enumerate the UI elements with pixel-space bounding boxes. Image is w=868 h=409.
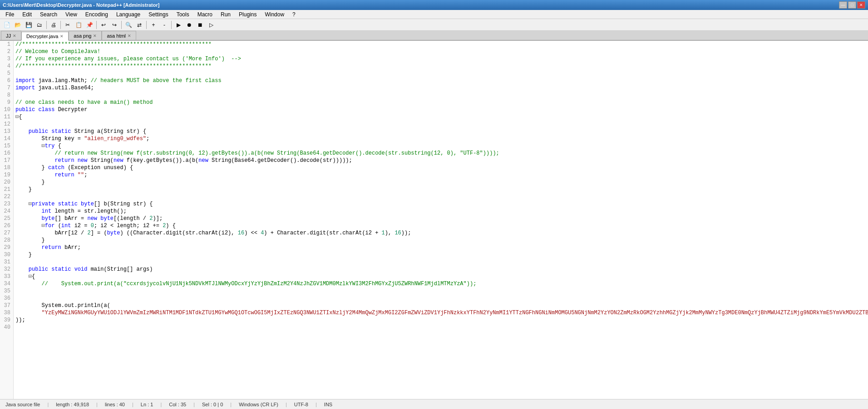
status-sep-7: | (286, 402, 287, 407)
cut-button[interactable]: ✂ (63, 20, 73, 30)
open-button[interactable]: 📂 (13, 20, 23, 30)
menu-item-search[interactable]: Search (36, 10, 61, 19)
toolbar: 📄 📂 💾 🗂 🖨 ✂ 📋 📌 ↩ ↪ 🔍 ⇄ + - ▶ ⏺ ⏹ ▷ (0, 19, 868, 31)
minimize-button[interactable]: — (839, 1, 847, 9)
toolbar-sep-6 (171, 21, 172, 29)
line-number-col: 12345678910 11121314151617181920 2122232… (2, 41, 10, 331)
encoding-status: UTF-8 (292, 402, 310, 407)
editor-container: 12345678910 11121314151617181920 2122232… (0, 41, 868, 399)
line-numbers: 12345678910 11121314151617181920 2122232… (0, 41, 14, 399)
tab-decrypter-label: Decrypter.java (26, 34, 58, 39)
menu-item-view[interactable]: View (62, 10, 81, 19)
toolbar-sep-2 (60, 21, 61, 29)
print-button[interactable]: 🖨 (49, 20, 59, 30)
copy-button[interactable]: 📋 (74, 20, 84, 30)
sel-status: Sel : 0 | 0 (200, 402, 225, 407)
menu-item-encoding[interactable]: Encoding (82, 10, 112, 19)
paste-button[interactable]: 📌 (84, 20, 94, 30)
tab-asa-png[interactable]: asa png ✕ (69, 31, 102, 40)
maximize-button[interactable]: □ (848, 1, 856, 9)
status-sep-3: | (132, 402, 133, 407)
status-sep-6: | (230, 402, 232, 407)
status-sep-5: | (193, 402, 195, 407)
menu-item-plugins[interactable]: Plugins (235, 10, 260, 19)
ln-status: Ln : 1 (139, 402, 155, 407)
menu-item-window[interactable]: Window (261, 10, 288, 19)
tab-decrypter-close[interactable]: ✕ (60, 34, 64, 39)
tab-asa-html[interactable]: asa html ✕ (102, 31, 136, 40)
code-area[interactable]: //**************************************… (14, 41, 868, 399)
window-controls: — □ ✕ (839, 1, 865, 9)
tab-asa-html-close[interactable]: ✕ (128, 34, 131, 38)
redo-button[interactable]: ↪ (109, 20, 119, 30)
status-sep-8: | (316, 402, 317, 407)
close-button[interactable]: ✕ (857, 1, 865, 9)
status-sep-1: | (47, 402, 49, 407)
toolbar-sep-5 (146, 21, 147, 29)
menu-item-settings[interactable]: Settings (145, 10, 172, 19)
menu-item-tools[interactable]: Tools (173, 10, 193, 19)
save-button[interactable]: 💾 (24, 20, 34, 30)
title-text: C:\Users\Mert\Desktop\Decrypter.java - N… (3, 2, 159, 8)
ins-status: INS (322, 402, 334, 407)
menu-item-edit[interactable]: Edit (19, 10, 35, 19)
toolbar-sep-4 (121, 21, 122, 29)
menu-bar: FileEditSearchViewEncodingLanguageSettin… (0, 10, 868, 19)
menu-item-macro[interactable]: Macro (194, 10, 216, 19)
lines-status: lines : 40 (103, 402, 127, 407)
tab-asa-html-label: asa html (107, 33, 126, 39)
save-all-button[interactable]: 🗂 (35, 20, 44, 30)
run-button[interactable]: ▶ (173, 20, 183, 30)
zoom-out-button[interactable]: - (159, 20, 169, 30)
tab-bar: JJ ✕ Decrypter.java ✕ asa png ✕ asa html… (0, 31, 868, 41)
tab-asa-png-label: asa png (74, 33, 91, 39)
new-button[interactable]: 📄 (2, 20, 12, 30)
title-bar: C:\Users\Mert\Desktop\Decrypter.java - N… (0, 0, 868, 10)
menu-item-language[interactable]: Language (113, 10, 144, 19)
macro-play-button[interactable]: ▷ (206, 20, 216, 30)
status-sep-2: | (96, 402, 98, 407)
toolbar-sep-3 (96, 21, 97, 29)
line-ending-status: Windows (CR LF) (237, 402, 280, 407)
tab-asa-png-close[interactable]: ✕ (93, 34, 97, 38)
menu-item-?[interactable]: ? (289, 10, 299, 19)
macro-stop-button[interactable]: ⏹ (195, 20, 205, 30)
tab-decrypter[interactable]: Decrypter.java ✕ (21, 32, 69, 41)
macro-record-button[interactable]: ⏺ (184, 20, 194, 30)
tab-jj[interactable]: JJ ✕ (1, 31, 21, 40)
menu-item-file[interactable]: File (2, 10, 18, 19)
toolbar-sep-1 (46, 21, 47, 29)
find-button[interactable]: 🔍 (123, 20, 133, 30)
undo-button[interactable]: ↩ (99, 20, 108, 30)
status-sep-4: | (160, 402, 162, 407)
tab-jj-close[interactable]: ✕ (13, 34, 16, 38)
tab-jj-label: JJ (6, 33, 11, 39)
col-status: Col : 35 (167, 402, 188, 407)
zoom-in-button[interactable]: + (148, 20, 158, 30)
menu-item-run[interactable]: Run (217, 10, 234, 19)
file-type: Java source file (4, 402, 42, 407)
status-bar: Java source file | length : 49,918 | lin… (0, 399, 868, 409)
length-status: length : 49,918 (54, 402, 91, 407)
replace-button[interactable]: ⇄ (134, 20, 144, 30)
